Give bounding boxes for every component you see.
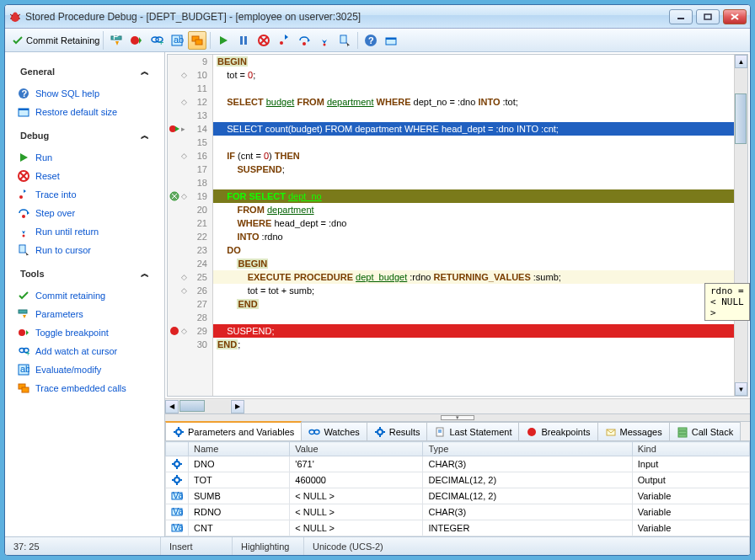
tab-parameters-and-variables[interactable]: Parameters and Variables [165,421,302,440]
status-highlight: Highlighting [233,537,304,555]
run-icon[interactable] [214,31,233,50]
doc-icon [434,426,446,438]
table-row[interactable]: TOT460000DECIMAL(12, 2)Output [166,472,750,488]
code-editor[interactable]: 910◇1112◇1314▸1516◇171819◇202122232425◇2… [167,54,748,397]
stack-icon [17,381,30,395]
collapse-icon: ︽ [141,268,149,280]
svg-rect-7 [704,14,711,19]
toggle-breakpoint-icon[interactable] [127,31,146,50]
sidebar-item-evaluate[interactable]: abEvaluate/modify [13,360,156,379]
line-gutter[interactable]: 910◇1112◇1314▸1516◇171819◇202122232425◇2… [168,55,213,396]
svg-rect-50 [19,310,27,313]
step-in-icon [17,188,30,201]
debug-tooltip: rdno = < NULL > [704,283,750,321]
trace-into-icon[interactable] [275,31,293,50]
pause-icon[interactable] [234,31,253,50]
glasses-icon: + [17,344,30,358]
scroll-down-icon[interactable]: ▼ [735,382,747,396]
sidebar-item-sqlhelp[interactable]: ?Show SQL help [13,84,156,103]
svg-text:Var: Var [173,490,183,500]
grid-header[interactable] [166,442,189,456]
table-row[interactable]: VarCNT< NULL >INTEGERVariable [166,520,750,536]
tab-messages[interactable]: Messages [597,422,670,440]
svg-point-64 [170,327,179,335]
sidebar-item-commit[interactable]: Commit retaining [13,286,156,305]
svg-point-85 [174,461,179,467]
svg-rect-22 [244,36,247,45]
grid-header[interactable]: Type [423,442,632,456]
edit-icon: ab [17,363,30,376]
svg-text:Var: Var [173,506,183,516]
code-area[interactable]: BEGIN tot = 0; SELECT budget FROM depart… [213,55,734,396]
grid-header[interactable]: Name [189,442,290,456]
tab-breakpoints[interactable]: Breakpoints [518,422,597,440]
help-icon[interactable]: ? [361,31,380,50]
sidebar-item-params[interactable]: Parameters [13,305,156,323]
table-row[interactable]: VarSUMB< NULL >DECIMAL(12, 2)Variable [166,488,750,504]
sidebar-item-addwatch[interactable]: +Add watch at cursor [13,342,156,360]
svg-point-51 [19,329,25,336]
tab-last-statement[interactable]: Last Statement [426,422,519,440]
trace-calls-icon[interactable] [188,31,206,50]
commit-retaining-button[interactable]: Commit Retaining [8,31,104,50]
collapse-icon: ︽ [141,130,149,141]
sidebar-item-restore[interactable]: Restore default size [13,103,156,121]
mail-icon [605,426,617,438]
run-until-return-icon[interactable] [315,31,334,50]
collapse-icon: ︽ [141,66,149,77]
status-insert: Insert [161,537,233,555]
maximize-button[interactable] [696,9,720,24]
sidebar-item-runtocursor[interactable]: Run to cursor [13,241,156,259]
sidebar-item-breakpoint[interactable]: Toggle breakpoint [13,323,156,342]
sidebar-item-stepover[interactable]: Step over [13,204,156,222]
reset-icon[interactable] [254,31,273,50]
table-row[interactable]: DNO'671'CHAR(3)Input [166,456,750,472]
parameters-icon[interactable]: P [107,31,126,50]
scroll-right-icon[interactable]: ▶ [231,400,244,413]
svg-point-90 [174,477,179,483]
close-button[interactable] [723,9,747,24]
evaluate-icon[interactable]: ab [168,31,186,50]
step-over-icon [17,206,30,220]
svg-point-65 [176,429,181,435]
cursor-icon [17,243,30,257]
scroll-left-icon[interactable]: ◀ [165,400,179,413]
restore-size-icon[interactable] [382,31,400,50]
breakpoint-icon [17,326,30,339]
titlebar[interactable]: Stored Procedure Debug - [DEPT_BUDGET] -… [5,5,750,29]
section-debug[interactable]: Debug︽ [13,126,156,145]
scroll-up-icon[interactable]: ▲ [735,55,747,68]
add-watch-icon[interactable]: + [147,31,166,50]
svg-marker-40 [20,153,28,162]
sidebar-item-run[interactable]: Run [13,148,156,167]
glasses-icon [308,426,320,438]
tab-results[interactable]: Results [367,422,428,440]
vertical-scrollbar[interactable]: ▲ ▼ [734,55,747,396]
variables-grid[interactable]: NameValueTypeKind DNO'671'CHAR(3)InputTO… [165,441,750,536]
step-over-icon[interactable] [295,31,313,50]
scroll-thumb[interactable] [179,400,205,412]
sidebar-item-tracecalls[interactable]: Trace embedded calls [13,379,156,397]
bottom-tabs: Parameters and VariablesWatchesResultsLa… [165,422,750,441]
sidebar-item-traceinto[interactable]: Trace into [13,185,156,204]
svg-text:Var: Var [173,522,183,532]
minimize-button[interactable] [669,9,693,24]
section-tools[interactable]: Tools︽ [13,264,156,283]
sidebar-item-reset[interactable]: Reset [13,167,156,185]
svg-text:?: ? [368,35,374,45]
scroll-thumb[interactable] [735,93,747,144]
table-row[interactable]: VarRDNO< NULL >CHAR(3)Variable [166,504,750,520]
svg-rect-49 [20,246,24,252]
svg-point-46 [22,215,25,218]
grid-header[interactable]: Kind [632,442,749,456]
horizontal-scrollbar[interactable]: ◀ ▶ [165,398,750,413]
sidebar-item-rununtil[interactable]: Run until return [13,222,156,241]
section-general[interactable]: General︽ [13,62,156,81]
separator [210,32,211,49]
run-to-cursor-icon[interactable] [335,31,354,50]
tab-watches[interactable]: Watches [301,422,367,440]
grid-header[interactable]: Value [290,442,423,456]
tab-call-stack[interactable]: Call Stack [669,422,742,440]
app-bug-icon [8,10,22,24]
svg-text:+: + [158,37,163,47]
